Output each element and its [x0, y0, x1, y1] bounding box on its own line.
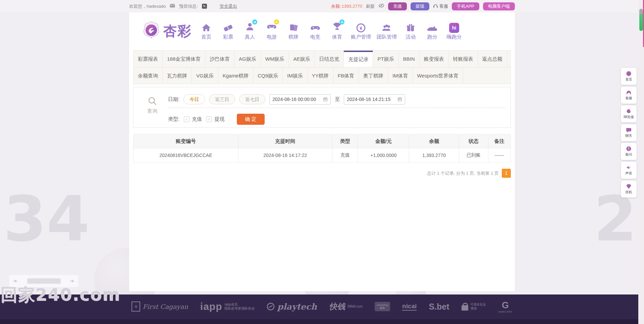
site-logo[interactable]: 杏彩	[142, 21, 192, 41]
tab-saba-sports[interactable]: 沙巴体育	[205, 51, 234, 67]
scrollbar-track[interactable]	[638, 0, 644, 324]
footer-logo-secure-gambling: 可靠&安全 博彩	[462, 303, 486, 311]
tab-ag[interactable]: AG娱乐	[234, 51, 261, 67]
sidebar-im-recharge[interactable]: IM充值	[621, 105, 637, 122]
nav-live[interactable]: N 真人	[242, 21, 258, 40]
tab-im-entertainment[interactable]: IM娱乐	[283, 67, 308, 84]
footer-logo-playtech: playtech	[267, 302, 317, 312]
refresh-link[interactable]: 刷新	[366, 3, 375, 9]
tab-pt[interactable]: PT娱乐	[373, 51, 398, 67]
pc-client-button[interactable]: 电脑客户端	[483, 2, 515, 10]
nav-hi-paofen[interactable]: hi 嗨跑分	[446, 23, 462, 40]
hot-badge: H	[274, 19, 279, 24]
content-column: 杏彩 首页 彩票 N 真人	[129, 12, 515, 291]
tab-wali[interactable]: 瓦力棋牌	[163, 67, 192, 84]
tab-deposit-withdraw-records[interactable]: 充提记录	[344, 51, 373, 67]
page-1-button[interactable]: 1	[502, 169, 511, 178]
deposit-button[interactable]: 充值	[388, 2, 407, 10]
sidebar-question[interactable]: 疑问	[621, 143, 637, 160]
balance-value: 1393.2770	[342, 4, 362, 9]
filter-panel: 查询 日期: 今日 近三日 近七日 2024-08-16 00:00:00 至 …	[133, 87, 511, 128]
nav-promos[interactable]: 活动	[402, 23, 419, 40]
withdraw-button[interactable]: 提现	[411, 2, 429, 10]
tab-bbin[interactable]: BBIN	[399, 51, 420, 67]
date-to-input[interactable]: 2024-08-16 14:21:15	[344, 94, 405, 105]
main-nav: 首页 彩票 N 真人 H	[198, 21, 462, 40]
sidebar-home[interactable]: 首页	[621, 68, 637, 85]
cell-type: 充值	[332, 148, 358, 163]
tab-188-sports[interactable]: 188金宝博体育	[163, 51, 205, 67]
tab-wesports[interactable]: Wesports世界体育	[413, 67, 463, 84]
checkbox-withdraw[interactable]: ✓ 提现	[206, 116, 224, 122]
nav-account[interactable]: ¥ 账户管理	[351, 23, 371, 40]
tab-wm[interactable]: WM娱乐	[261, 51, 289, 67]
footer-logo-iapp: iapp iapp成员 隐私权专家国际协会	[200, 301, 255, 312]
scrollbar-thumb[interactable]	[639, 9, 643, 31]
arrow-up-circle-icon	[626, 71, 632, 76]
hi-tile-icon: hi	[449, 23, 459, 33]
date-filter-row: 日期: 今日 近三日 近七日 2024-08-16 00:00:00 至 202…	[168, 92, 405, 107]
tab-cq9[interactable]: CQ9娱乐	[253, 67, 283, 84]
checkbox-icon[interactable]: ✓	[206, 116, 212, 122]
edit-icon[interactable]: ✎	[202, 4, 207, 9]
eye-off-icon[interactable]	[378, 3, 384, 9]
mobile-app-button[interactable]: 手机APP	[452, 2, 479, 10]
chip-today[interactable]: 今日	[183, 94, 205, 104]
calendar-icon[interactable]	[323, 97, 328, 102]
cell-record-id: 20240816VBCEJGCCAE	[133, 148, 238, 163]
nav-esports[interactable]: 电竞	[307, 23, 323, 40]
footer-logo-sbet: S.bet	[429, 302, 449, 312]
col-balance: 余额	[409, 134, 459, 148]
tab-kgame[interactable]: Kgame棋牌	[218, 67, 254, 84]
tab-ae[interactable]: AE娱乐	[289, 51, 315, 67]
nav-sports[interactable]: N 体育	[329, 21, 345, 40]
reserved-info-label: 预留信息:	[179, 3, 198, 9]
headset-icon	[433, 3, 438, 9]
tab-vg[interactable]: VG娱乐	[192, 67, 218, 84]
sidebar-sound[interactable]: 声音	[621, 162, 637, 179]
page: 34 29 欢迎您，hadesado 预留信息: ✎ 安全退出 余额:1393.…	[0, 0, 644, 324]
sidebar-chat[interactable]: 聊天	[621, 124, 637, 141]
search-icon	[147, 96, 157, 106]
logout-link[interactable]: 安全退出	[220, 3, 237, 9]
pagination-summary: 总计 1 个记录, 分为 1 页, 当前第 1 页	[427, 170, 499, 176]
table-row: 20240816VBCEJGCCAE 2024-08-16 14:17:22 充…	[133, 148, 511, 163]
tab-yy[interactable]: YY棋牌	[308, 67, 333, 84]
nav-team[interactable]: 团队管理	[377, 23, 397, 40]
tab-daily-summary[interactable]: 日结总览	[315, 51, 344, 67]
tab-lottery-report[interactable]: 彩票报表	[133, 51, 163, 67]
tab-transfer-report[interactable]: 转账报表	[449, 51, 478, 67]
tab-rebate-total[interactable]: 返点总额	[478, 51, 507, 67]
tab-im-sports[interactable]: IM体育	[388, 67, 413, 84]
tab-account-change-report[interactable]: 账变报表	[420, 51, 449, 67]
tab-fb-sports[interactable]: FB体育	[333, 67, 359, 84]
col-record-id: 账变编号	[133, 134, 238, 148]
nav-egames[interactable]: H 电游	[264, 21, 280, 40]
col-amount: 金额/元	[358, 134, 409, 148]
records-table: 账变编号 充提时间 类型 金额/元 余额 状态 备注 20240816VBCEJ…	[133, 134, 511, 163]
mail-icon[interactable]	[170, 4, 175, 9]
watermark-text: 回家240.com	[1, 284, 120, 306]
tab-aoding[interactable]: 奥丁棋牌	[359, 67, 388, 84]
checkbox-icon[interactable]: ✓	[184, 116, 190, 122]
logo-emblem-icon	[142, 21, 161, 41]
main-panel: 彩票报表 188金宝博体育 沙巴体育 AG娱乐 WM娱乐 AE娱乐 日结总览 充…	[129, 50, 515, 178]
customer-service[interactable]: 客服	[433, 3, 448, 9]
nav-paofen[interactable]: 跑分	[424, 23, 440, 40]
chip-last-3-days[interactable]: 近三日	[209, 94, 235, 104]
sidebar-autoplay[interactable]: 挂机	[621, 180, 637, 198]
pagination: 总计 1 个记录, 分为 1 页, 当前第 1 页 1	[133, 169, 511, 178]
sidebar-service[interactable]: 客服	[621, 87, 637, 104]
calendar-icon[interactable]	[397, 97, 402, 102]
chip-last-7-days[interactable]: 近七日	[239, 94, 265, 104]
checkbox-deposit[interactable]: ✓ 充值	[184, 116, 202, 122]
search-zone: 查询	[142, 96, 163, 114]
nav-lottery[interactable]: 彩票	[220, 23, 236, 40]
headset-icon	[626, 90, 632, 95]
table-header-row: 账变编号 充提时间 类型 金额/元 余额 状态 备注	[133, 134, 511, 148]
date-from-input[interactable]: 2024-08-16 00:00:00	[269, 94, 331, 105]
nav-cards[interactable]: 棋牌	[285, 23, 302, 40]
nav-home[interactable]: 首页	[198, 23, 214, 40]
confirm-button[interactable]: 确 定	[237, 114, 265, 125]
tab-balance-query[interactable]: 余额查询	[133, 67, 163, 84]
